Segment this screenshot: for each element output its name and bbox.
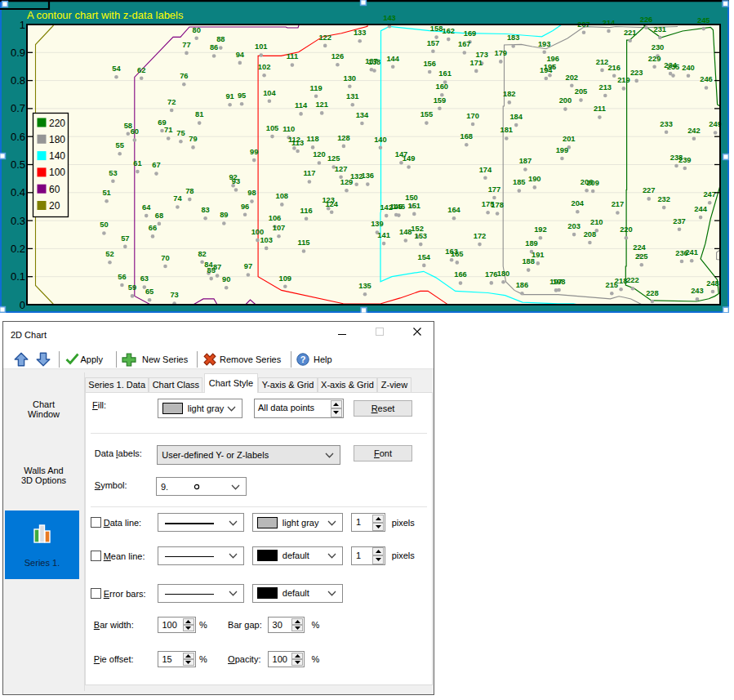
svg-text:156: 156 xyxy=(423,60,436,68)
svg-text:183: 183 xyxy=(507,33,520,42)
svg-text:198: 198 xyxy=(553,278,566,286)
svg-text:153: 153 xyxy=(415,232,428,240)
svg-text:172: 172 xyxy=(474,232,487,240)
svg-text:71: 71 xyxy=(164,126,172,134)
svg-text:164: 164 xyxy=(447,206,460,214)
svg-text:81: 81 xyxy=(195,110,203,118)
svg-text:233: 233 xyxy=(660,120,673,128)
svg-text:208: 208 xyxy=(584,230,597,239)
svg-text:94: 94 xyxy=(236,51,245,59)
svg-text:230: 230 xyxy=(652,43,665,51)
svg-text:69: 69 xyxy=(158,118,166,127)
svg-text:0.3: 0.3 xyxy=(11,215,25,227)
svg-text:133: 133 xyxy=(354,29,367,37)
svg-text:220: 220 xyxy=(620,225,633,234)
svg-text:62: 62 xyxy=(137,66,145,74)
svg-text:182: 182 xyxy=(503,90,516,98)
svg-text:162: 162 xyxy=(443,27,456,35)
svg-text:209: 209 xyxy=(586,179,599,187)
svg-text:64: 64 xyxy=(142,203,151,212)
svg-text:80: 80 xyxy=(193,26,201,34)
svg-text:217: 217 xyxy=(612,200,625,208)
svg-text:212: 212 xyxy=(596,58,609,66)
svg-text:226: 226 xyxy=(640,16,653,24)
svg-text:242: 242 xyxy=(687,127,701,135)
svg-text:82: 82 xyxy=(198,250,206,258)
svg-text:79: 79 xyxy=(189,135,197,143)
svg-text:210: 210 xyxy=(590,218,603,226)
svg-text:99: 99 xyxy=(250,148,258,156)
svg-text:59: 59 xyxy=(128,283,136,292)
svg-text:218: 218 xyxy=(615,277,628,285)
svg-text:96: 96 xyxy=(241,203,249,211)
svg-text:55: 55 xyxy=(116,141,124,149)
svg-text:106: 106 xyxy=(269,214,282,222)
svg-text:205: 205 xyxy=(575,87,588,96)
svg-text:97: 97 xyxy=(244,262,252,270)
svg-text:63: 63 xyxy=(140,274,149,283)
svg-text:146: 146 xyxy=(393,203,406,211)
svg-text:113: 113 xyxy=(291,139,304,147)
svg-text:140: 140 xyxy=(49,150,65,162)
svg-text:66: 66 xyxy=(149,224,157,232)
svg-text:149: 149 xyxy=(403,154,416,163)
svg-text:0.7: 0.7 xyxy=(11,102,25,114)
svg-text:126: 126 xyxy=(331,52,345,60)
svg-text:180: 180 xyxy=(49,134,65,145)
svg-text:130: 130 xyxy=(344,74,357,82)
svg-text:51: 51 xyxy=(102,189,110,197)
svg-text:0.6: 0.6 xyxy=(11,131,25,143)
svg-text:67: 67 xyxy=(152,161,160,169)
svg-text:203: 203 xyxy=(567,222,581,230)
svg-text:70: 70 xyxy=(161,254,169,262)
svg-text:0.4: 0.4 xyxy=(11,186,25,198)
svg-text:105: 105 xyxy=(266,124,279,132)
svg-text:0.5: 0.5 xyxy=(11,158,25,171)
svg-text:125: 125 xyxy=(327,154,340,163)
svg-text:193: 193 xyxy=(538,40,551,48)
svg-text:0.8: 0.8 xyxy=(11,74,25,87)
svg-text:180: 180 xyxy=(497,270,510,278)
svg-text:204: 204 xyxy=(572,199,585,207)
svg-text:50: 50 xyxy=(100,221,108,229)
svg-text:86: 86 xyxy=(210,43,218,51)
svg-text:77: 77 xyxy=(182,41,190,49)
svg-text:227: 227 xyxy=(643,186,656,194)
svg-text:247: 247 xyxy=(703,190,716,198)
svg-text:199: 199 xyxy=(556,146,569,154)
svg-text:100: 100 xyxy=(49,167,65,178)
svg-text:189: 189 xyxy=(525,239,538,247)
svg-text:121: 121 xyxy=(315,100,328,109)
svg-text:119: 119 xyxy=(310,84,323,92)
svg-text:181: 181 xyxy=(500,126,514,134)
svg-text:166: 166 xyxy=(454,270,467,279)
svg-text:169: 169 xyxy=(464,29,477,38)
svg-text:243: 243 xyxy=(691,287,704,295)
svg-text:202: 202 xyxy=(566,74,579,82)
svg-text:100: 100 xyxy=(251,228,265,236)
svg-text:190: 190 xyxy=(528,175,541,183)
svg-text:136: 136 xyxy=(362,172,375,180)
svg-text:200: 200 xyxy=(559,96,572,105)
svg-text:131: 131 xyxy=(346,92,359,100)
svg-text:90: 90 xyxy=(222,275,230,283)
svg-text:219: 219 xyxy=(617,76,630,84)
svg-text:60: 60 xyxy=(49,184,60,195)
svg-text:117: 117 xyxy=(303,169,315,177)
svg-text:1: 1 xyxy=(20,19,25,31)
svg-text:221: 221 xyxy=(624,29,637,37)
svg-text:246: 246 xyxy=(700,75,713,83)
svg-text:108: 108 xyxy=(276,192,289,200)
svg-text:232: 232 xyxy=(657,195,670,203)
svg-text:102: 102 xyxy=(258,63,271,71)
svg-text:91: 91 xyxy=(225,92,234,100)
svg-text:176: 176 xyxy=(485,270,498,279)
svg-text:104: 104 xyxy=(263,89,276,97)
svg-text:165: 165 xyxy=(451,250,464,258)
svg-text:186: 186 xyxy=(516,281,529,289)
svg-text:160: 160 xyxy=(436,82,449,91)
svg-text:56: 56 xyxy=(118,273,126,281)
svg-text:111: 111 xyxy=(287,52,299,60)
svg-text:52: 52 xyxy=(105,250,113,258)
svg-text:83: 83 xyxy=(201,206,209,214)
